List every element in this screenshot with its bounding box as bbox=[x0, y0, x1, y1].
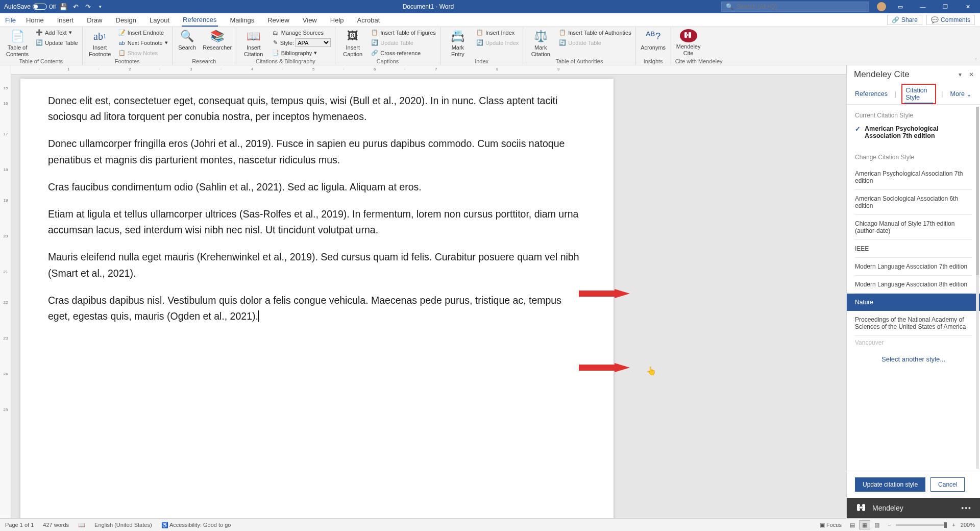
document-area[interactable]: Donec elit est, consectetuer eget, conse… bbox=[11, 75, 846, 518]
bibliography-button[interactable]: 📑Bibliography ▾ bbox=[272, 49, 331, 57]
style-option[interactable]: American Psychological Association 7th e… bbox=[847, 165, 980, 189]
style-option[interactable]: American Sociological Association 6th ed… bbox=[847, 190, 980, 214]
update-toa-button[interactable]: 🔄Update Table bbox=[559, 38, 631, 47]
web-layout-icon[interactable]: ▨ bbox=[871, 520, 883, 529]
cancel-button[interactable]: Cancel bbox=[930, 477, 965, 492]
title-bar: AutoSave Off 💾 ↶ ↷ ▾ Document1 - Word 🔍 … bbox=[0, 0, 980, 13]
language[interactable]: English (United States) bbox=[94, 522, 152, 528]
mendeley-more-icon[interactable]: ••• bbox=[961, 504, 972, 512]
spell-check-icon[interactable]: 📖 bbox=[78, 522, 85, 528]
paragraph: Donec elit est, consectetuer eget, conse… bbox=[48, 93, 586, 125]
style-option[interactable]: Modern Language Association 7th edition bbox=[847, 258, 980, 275]
search-button[interactable]: 🔍Search bbox=[177, 28, 198, 51]
save-icon[interactable]: 💾 bbox=[59, 2, 68, 11]
style-option[interactable]: Modern Language Association 8th edition bbox=[847, 276, 980, 293]
accessibility-status[interactable]: ♿ Accessibility: Good to go bbox=[161, 522, 231, 528]
maximize-icon[interactable]: ❐ bbox=[937, 0, 953, 13]
mark-citation-button[interactable]: ⚖️Mark Citation bbox=[527, 28, 554, 57]
insert-endnote-button[interactable]: 📝Insert Endnote bbox=[118, 28, 168, 37]
show-notes-button[interactable]: 📋Show Notes bbox=[118, 49, 168, 57]
collapse-ribbon-icon[interactable]: ˇ bbox=[972, 27, 980, 65]
insert-toa-button[interactable]: 📋Insert Table of Authorities bbox=[559, 28, 631, 37]
tab-help[interactable]: Help bbox=[329, 14, 345, 26]
user-avatar[interactable] bbox=[877, 2, 886, 11]
minimize-icon[interactable]: — bbox=[915, 0, 931, 13]
mendeley-cite-button[interactable]: Mendeley Cite bbox=[675, 28, 702, 56]
tab-mailings[interactable]: Mailings bbox=[229, 14, 256, 26]
search-box[interactable]: 🔍 bbox=[721, 2, 869, 12]
insert-tof-button[interactable]: 📋Insert Table of Figures bbox=[371, 28, 436, 37]
tab-review[interactable]: Review bbox=[266, 14, 290, 26]
mp-tab-citation-style[interactable]: Citation Style bbox=[901, 84, 936, 104]
insert-footnote-button[interactable]: ab1Insert Footnote bbox=[87, 28, 113, 57]
update-tof-button[interactable]: 🔄Update Table bbox=[371, 38, 436, 47]
comments-button[interactable]: 💬 Comments bbox=[926, 15, 975, 25]
zoom-in-icon[interactable]: + bbox=[952, 522, 955, 528]
autosave-toggle[interactable]: AutoSave Off bbox=[4, 3, 56, 10]
style-dropdown[interactable]: APA bbox=[295, 38, 331, 47]
citation-style-select[interactable]: ✎Style: APA bbox=[272, 38, 331, 47]
check-icon: ✓ bbox=[855, 125, 861, 139]
mendeley-pane-title: Mendeley Cite bbox=[854, 69, 910, 80]
paragraph: Cras faucibus condimentum odio (Sahlin e… bbox=[48, 179, 586, 195]
pane-options-icon[interactable]: ▾ bbox=[959, 71, 962, 78]
word-count[interactable]: 427 words bbox=[43, 522, 69, 528]
undo-icon[interactable]: ↶ bbox=[71, 2, 80, 11]
cursor-pointer-icon: 👆 bbox=[646, 366, 656, 376]
tab-acrobat[interactable]: Acrobat bbox=[356, 14, 381, 26]
mp-scroll-thumb[interactable] bbox=[976, 107, 979, 275]
style-option[interactable]: IEEE bbox=[847, 240, 980, 257]
file-tab[interactable]: File bbox=[5, 16, 16, 24]
update-index-button[interactable]: 🔄Update Index bbox=[476, 38, 519, 47]
tab-view[interactable]: View bbox=[302, 14, 318, 26]
tab-design[interactable]: Design bbox=[115, 14, 137, 26]
redo-icon[interactable]: ↷ bbox=[83, 2, 92, 11]
manage-sources-button[interactable]: 🗂Manage Sources bbox=[272, 28, 331, 37]
researcher-button[interactable]: 📚Researcher bbox=[203, 28, 232, 51]
qat-dropdown-icon[interactable]: ▾ bbox=[95, 2, 105, 11]
paragraph: Mauris eleifend nulla eget mauris (Krehe… bbox=[48, 249, 586, 281]
next-footnote-button[interactable]: abNext Footnote ▾ bbox=[118, 38, 168, 47]
toc-button[interactable]: 📄Table of Contents bbox=[4, 28, 31, 57]
current-style: ✓ American Psychological Association 7th… bbox=[847, 123, 980, 147]
pane-close-icon[interactable]: ✕ bbox=[969, 71, 974, 78]
mp-tab-more[interactable]: More ⌄ bbox=[948, 87, 974, 101]
ribbon-display-icon[interactable]: ▭ bbox=[892, 0, 909, 13]
update-citation-style-button[interactable]: Update citation style bbox=[855, 477, 925, 492]
tab-draw[interactable]: Draw bbox=[86, 14, 103, 26]
search-input[interactable] bbox=[737, 3, 865, 10]
user-name[interactable] bbox=[869, 3, 871, 10]
group-citations-label: Citations & Bibliography bbox=[240, 58, 331, 65]
print-layout-icon[interactable]: ▦ bbox=[859, 520, 870, 529]
focus-mode[interactable]: ▣ Focus bbox=[820, 522, 842, 528]
group-research-label: Research bbox=[177, 58, 232, 65]
add-text-button[interactable]: ➕Add Text ▾ bbox=[36, 28, 78, 37]
tab-layout[interactable]: Layout bbox=[149, 14, 170, 26]
zoom-slider[interactable] bbox=[896, 524, 947, 526]
close-icon[interactable]: ✕ bbox=[960, 0, 976, 13]
tab-insert[interactable]: Insert bbox=[56, 14, 75, 26]
insert-citation-button[interactable]: 📖Insert Citation bbox=[240, 28, 267, 57]
style-option[interactable]: Proceedings of the National Academy of S… bbox=[847, 311, 980, 335]
share-button[interactable]: 🔗 Share bbox=[887, 15, 922, 25]
insert-caption-button[interactable]: 🖼Insert Caption bbox=[339, 28, 366, 57]
zoom-out-icon[interactable]: − bbox=[888, 522, 891, 528]
style-option[interactable]: Chicago Manual of Style 17th edition (au… bbox=[847, 215, 980, 239]
read-mode-icon[interactable]: ▤ bbox=[847, 520, 858, 529]
tab-home[interactable]: Home bbox=[25, 14, 45, 26]
acronyms-button[interactable]: ᴬᴮ?Acronyms bbox=[640, 28, 667, 51]
insert-index-button[interactable]: 📋Insert Index bbox=[476, 28, 519, 37]
mp-tab-references[interactable]: References bbox=[853, 87, 890, 101]
mark-entry-button[interactable]: 📇Mark Entry bbox=[445, 28, 471, 57]
search-icon: 🔍 bbox=[726, 3, 733, 10]
mendeley-brand-text: Mendeley bbox=[872, 504, 903, 512]
vertical-ruler: 151617 181920 212223 2425 bbox=[0, 65, 11, 518]
zoom-level[interactable]: 200% bbox=[961, 522, 975, 528]
cross-reference-button[interactable]: 🔗Cross-reference bbox=[371, 49, 436, 57]
select-another-style[interactable]: Select another style... bbox=[847, 347, 980, 371]
page-indicator[interactable]: Page 1 of 1 bbox=[5, 522, 34, 528]
update-table-button[interactable]: 🔄Update Table bbox=[36, 38, 78, 47]
style-option-partial[interactable]: Vancouver bbox=[847, 336, 980, 347]
style-option-selected[interactable]: Nature bbox=[847, 294, 980, 311]
tab-references[interactable]: References bbox=[182, 14, 217, 27]
